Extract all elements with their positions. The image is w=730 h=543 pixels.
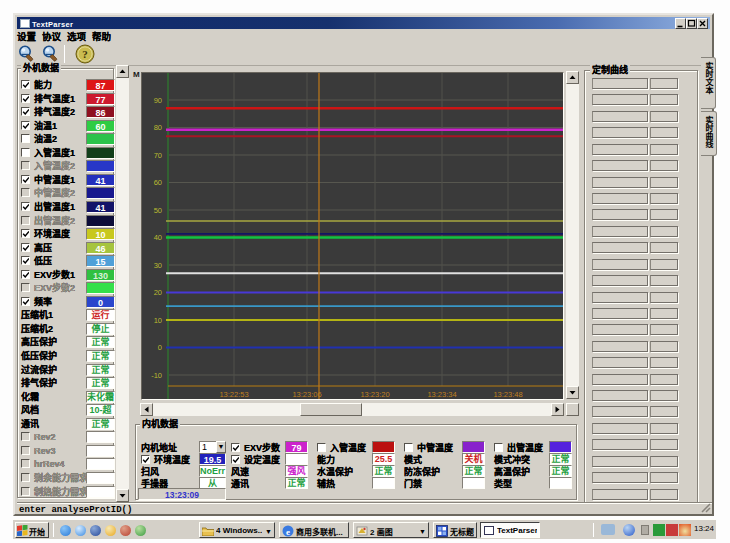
svg-text:e: e xyxy=(286,527,290,537)
svg-text:10: 10 xyxy=(154,316,162,325)
svg-text:60: 60 xyxy=(154,178,162,187)
svg-text:?: ? xyxy=(82,48,88,60)
svg-text:-10: -10 xyxy=(151,371,162,380)
svg-text:40: 40 xyxy=(154,233,162,242)
svg-text:13:23:06: 13:23:06 xyxy=(292,390,321,399)
svg-text:80: 80 xyxy=(154,123,162,132)
svg-text:90: 90 xyxy=(154,96,162,105)
svg-text:13:22:53: 13:22:53 xyxy=(219,390,248,399)
svg-text:13:23:34: 13:23:34 xyxy=(427,390,456,399)
svg-text:0: 0 xyxy=(158,343,162,352)
svg-text:50: 50 xyxy=(154,206,162,215)
svg-text:13:23:48: 13:23:48 xyxy=(493,390,522,399)
svg-text:30: 30 xyxy=(154,261,162,270)
svg-text:20: 20 xyxy=(154,288,162,297)
svg-text:70: 70 xyxy=(154,151,162,160)
svg-text:13:23:20: 13:23:20 xyxy=(360,390,389,399)
